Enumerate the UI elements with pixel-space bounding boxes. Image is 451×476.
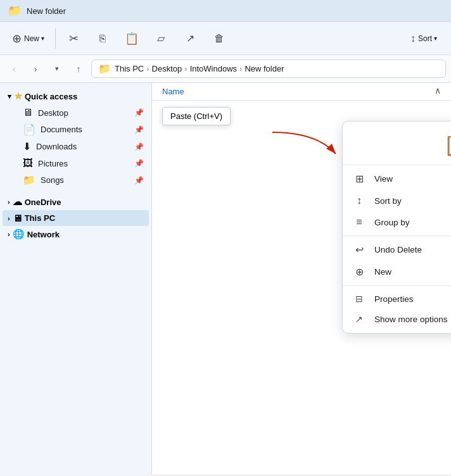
sortby-label: Sort by: [374, 196, 451, 206]
breadcrumb-folder-icon: 📁: [98, 63, 111, 75]
context-menu-showmore[interactable]: ↗ Show more options Shift+F10: [343, 309, 451, 329]
pin-icon-desktop: 📌: [134, 108, 144, 117]
pin-icon-downloads: 📌: [134, 142, 144, 151]
delete-button[interactable]: 🗑: [205, 30, 233, 47]
context-menu-sortby[interactable]: ↕ Sort by ›: [343, 190, 451, 211]
context-menu: 📋 ⊞ View › ↕ Sort by › ≡ Group by ›: [342, 121, 451, 334]
context-menu-undo[interactable]: ↩ Undo Delete Ctrl+Z: [343, 239, 451, 261]
pin-icon-songs: 📌: [134, 176, 144, 185]
title-bar-text: New folder: [27, 6, 66, 16]
divider-2: [343, 235, 451, 236]
divider-3: [343, 285, 451, 286]
quick-access-label: Quick access: [25, 92, 77, 101]
network-header[interactable]: › 🌐 Network: [3, 226, 149, 242]
cut-button[interactable]: ✂: [60, 28, 87, 49]
breadcrumb[interactable]: 📁 This PC › Desktop › IntoWindows › New …: [91, 60, 446, 78]
thispc-label: This PC: [25, 213, 55, 223]
context-menu-view[interactable]: ⊞ View ›: [343, 168, 451, 190]
new-icon: ⊕: [12, 32, 22, 46]
breadcrumb-newfolder[interactable]: New folder: [245, 64, 284, 73]
documents-icon: 📄: [23, 123, 35, 135]
onedrive-header[interactable]: › ☁ OneDrive: [3, 194, 149, 210]
sort-label: Sort ▾: [418, 34, 437, 43]
groupby-icon: ≡: [353, 216, 365, 228]
breadcrumb-intowindows[interactable]: IntoWindows: [190, 64, 237, 73]
desktop-icon: 🖥: [23, 107, 33, 118]
sidebar-item-downloads[interactable]: ⬇ Downloads 📌: [3, 138, 149, 155]
thispc-header[interactable]: › 🖥 This PC: [3, 210, 149, 226]
toolbar: ⊕ New ▾ ✂ ⎘ 📋 ▱ ↗ 🗑 ↕ Sort ▾: [0, 22, 451, 55]
share-button[interactable]: ↗: [176, 29, 204, 47]
sidebar-item-pictures[interactable]: 🖼 Pictures 📌: [3, 155, 149, 172]
nav-dropdown-button[interactable]: ▾: [48, 60, 66, 78]
properties-icon: ⊟: [353, 294, 365, 304]
divider-1: [343, 165, 451, 165]
downloads-icon: ⬇: [23, 141, 31, 153]
pin-icon-documents: 📌: [134, 125, 144, 134]
groupby-label: Group by: [374, 218, 451, 227]
back-button[interactable]: ‹: [5, 60, 23, 78]
sort-icon: ↕: [410, 33, 416, 44]
new-label: New ▾: [24, 34, 44, 43]
quick-access-section: ▾ ★ Quick access 🖥 Desktop 📌 📄 Documents…: [0, 88, 151, 189]
rename-button[interactable]: ▱: [147, 29, 175, 47]
title-bar-icon: 📁: [8, 4, 22, 18]
sidebar: ▾ ★ Quick access 🖥 Desktop 📌 📄 Documents…: [0, 83, 152, 474]
undo-icon: ↩: [353, 244, 365, 256]
context-menu-properties[interactable]: ⊟ Properties Alt+Enter: [343, 289, 451, 309]
context-menu-groupby[interactable]: ≡ Group by ›: [343, 211, 451, 233]
paste-tooltip: Paste (Ctrl+V): [162, 107, 231, 125]
up-button[interactable]: ↑: [70, 60, 87, 78]
column-header: Name ∧: [152, 83, 451, 101]
paste-tooltip-text: Paste (Ctrl+V): [170, 111, 222, 121]
file-area[interactable]: Name ∧ Paste (Ctrl+V) 📋: [152, 83, 451, 474]
share-icon: ↗: [186, 32, 194, 44]
forward-button[interactable]: ›: [27, 60, 44, 78]
sidebar-item-songs[interactable]: 📁 Songs 📌: [3, 172, 149, 189]
copy-icon: ⎘: [99, 33, 106, 44]
onedrive-icon: ☁: [13, 196, 22, 208]
network-label: Network: [27, 230, 60, 239]
quick-access-star: ★: [14, 91, 22, 102]
copy-button[interactable]: ⎘: [89, 30, 117, 47]
context-menu-paste-area[interactable]: 📋: [343, 125, 451, 162]
cut-icon: ✂: [69, 32, 79, 46]
quick-access-chevron: ▾: [8, 92, 11, 101]
sidebar-item-downloads-label: Downloads: [36, 142, 77, 151]
network-icon: 🌐: [13, 229, 25, 240]
undo-label: Undo Delete: [374, 245, 451, 254]
pictures-icon: 🖼: [23, 158, 33, 169]
properties-label: Properties: [374, 294, 451, 304]
sidebar-item-songs-label: Songs: [41, 175, 64, 185]
title-bar: 📁 New folder: [0, 0, 451, 22]
main-area: ▾ ★ Quick access 🖥 Desktop 📌 📄 Documents…: [0, 83, 451, 474]
paste-icon: 📋: [125, 32, 139, 46]
quick-access-header[interactable]: ▾ ★ Quick access: [3, 88, 149, 104]
breadcrumb-desktop[interactable]: Desktop: [152, 64, 182, 73]
paste-button[interactable]: 📋: [118, 28, 146, 49]
delete-icon: 🗑: [214, 33, 224, 44]
ctx-new-icon: ⊕: [353, 266, 365, 278]
sidebar-item-desktop-label: Desktop: [38, 108, 68, 118]
context-paste-icon: 📋: [443, 133, 451, 157]
breadcrumb-thispc[interactable]: This PC: [115, 64, 144, 73]
rename-icon: ▱: [157, 32, 165, 44]
view-label: View: [374, 174, 451, 184]
songs-icon: 📁: [23, 174, 35, 186]
pin-icon-pictures: 📌: [134, 159, 144, 168]
view-icon: ⊞: [353, 173, 365, 185]
sidebar-item-documents-label: Documents: [41, 125, 82, 134]
context-menu-new[interactable]: ⊕ New ›: [343, 261, 451, 283]
toolbar-sep-1: [55, 28, 56, 49]
column-sort-icon[interactable]: ∧: [435, 85, 441, 96]
showmore-label: Show more options: [374, 315, 451, 324]
sidebar-item-documents[interactable]: 📄 Documents 📌: [3, 121, 149, 138]
onedrive-chevron: ›: [8, 198, 10, 206]
sidebar-item-desktop[interactable]: 🖥 Desktop 📌: [3, 104, 149, 121]
sort-button[interactable]: ↕ Sort ▾: [402, 30, 446, 47]
new-button[interactable]: ⊕ New ▾: [5, 28, 51, 49]
ctx-new-label: New: [374, 267, 451, 277]
thispc-chevron: ›: [8, 215, 10, 222]
column-name-header[interactable]: Name: [162, 87, 184, 96]
showmore-icon: ↗: [353, 314, 365, 324]
